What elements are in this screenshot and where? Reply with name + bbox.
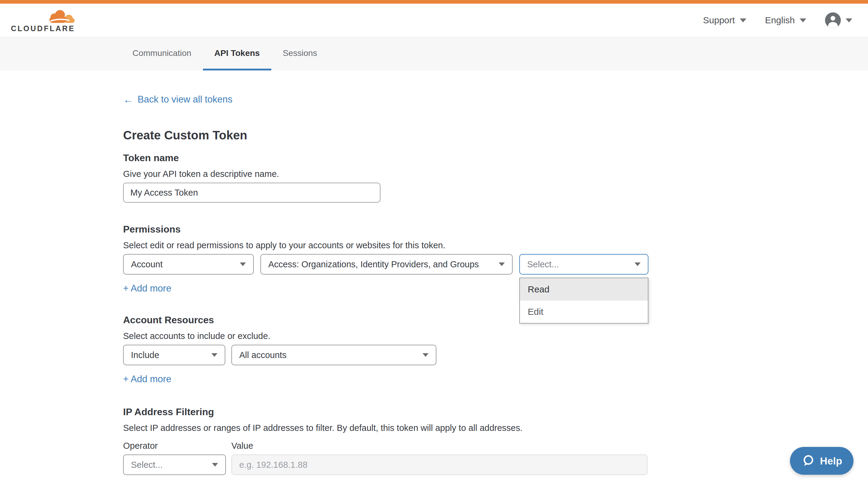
ip-operator-placeholder: Select... bbox=[131, 460, 163, 470]
help-button[interactable]: Help bbox=[790, 447, 854, 475]
permission-level-menu: Read Edit bbox=[519, 278, 648, 324]
chevron-down-icon bbox=[740, 19, 746, 22]
back-link-label: Back to view all tokens bbox=[137, 94, 232, 105]
operator-label: Operator bbox=[123, 441, 231, 451]
profile-tabbar: Communication API Tokens Sessions bbox=[0, 37, 868, 70]
top-accent-bar bbox=[0, 0, 868, 4]
value-label: Value bbox=[231, 441, 253, 451]
permissions-section: Permissions Select edit or read permissi… bbox=[123, 224, 868, 294]
permission-level-select[interactable]: Select... Read Edit bbox=[519, 254, 648, 275]
page-title: Create Custom Token bbox=[123, 129, 868, 142]
token-name-section: Token name Give your API token a descrip… bbox=[123, 152, 868, 202]
chevron-down-icon bbox=[211, 353, 217, 357]
language-menu[interactable]: English bbox=[765, 15, 806, 25]
permission-scope-select[interactable]: Account bbox=[123, 254, 254, 275]
menu-option-edit[interactable]: Edit bbox=[520, 300, 648, 323]
permission-resource-select[interactable]: Access: Organizations, Identity Provider… bbox=[260, 254, 513, 275]
resource-mode-select[interactable]: Include bbox=[123, 345, 225, 365]
chevron-down-icon bbox=[423, 353, 429, 357]
account-resources-add-more-link[interactable]: + Add more bbox=[123, 374, 171, 385]
permission-level-placeholder: Select... bbox=[527, 259, 559, 269]
chevron-down-icon bbox=[800, 19, 806, 22]
back-arrow-icon: ← bbox=[123, 94, 133, 105]
header-nav: Support English bbox=[703, 12, 852, 28]
menu-option-read[interactable]: Read bbox=[520, 278, 648, 300]
permission-scope-value: Account bbox=[131, 259, 163, 269]
token-name-heading: Token name bbox=[123, 152, 868, 164]
cloudflare-logo-text: CLOUDFLARE bbox=[11, 25, 75, 32]
ip-filtering-description: Select IP addresses or ranges of IP addr… bbox=[123, 423, 868, 433]
permissions-add-more-link[interactable]: + Add more bbox=[123, 283, 171, 294]
account-resources-section: Account Resources Select accounts to inc… bbox=[123, 315, 868, 385]
chevron-down-icon bbox=[846, 19, 852, 22]
ip-filtering-heading: IP Address Filtering bbox=[123, 407, 868, 418]
chevron-down-icon bbox=[240, 262, 246, 266]
account-menu[interactable] bbox=[825, 12, 852, 28]
chevron-down-icon bbox=[212, 463, 218, 467]
chevron-down-icon bbox=[634, 262, 641, 266]
token-name-description: Give your API token a descriptive name. bbox=[123, 169, 868, 179]
chat-bubble-icon bbox=[801, 454, 815, 468]
main-content: ← Back to view all tokens Create Custom … bbox=[0, 70, 868, 475]
ip-value-input[interactable] bbox=[231, 454, 648, 475]
app-header: CLOUDFLARE Support English bbox=[0, 4, 868, 37]
help-button-label: Help bbox=[820, 455, 842, 467]
language-menu-label: English bbox=[765, 15, 795, 25]
permissions-row: Account Access: Organizations, Identity … bbox=[123, 254, 868, 275]
chevron-down-icon bbox=[499, 262, 505, 266]
permissions-description: Select edit or read permissions to apply… bbox=[123, 240, 868, 250]
account-resources-row: Include All accounts bbox=[123, 345, 868, 365]
account-resources-heading: Account Resources bbox=[123, 315, 868, 326]
resource-mode-value: Include bbox=[131, 350, 159, 360]
ip-field-labels: Operator Value bbox=[123, 441, 868, 451]
tab-communication[interactable]: Communication bbox=[121, 37, 203, 70]
account-resources-description: Select accounts to include or exclude. bbox=[123, 331, 868, 341]
support-menu[interactable]: Support bbox=[703, 15, 746, 25]
token-name-input[interactable] bbox=[123, 183, 380, 202]
support-menu-label: Support bbox=[703, 15, 735, 25]
resource-scope-value: All accounts bbox=[239, 350, 286, 360]
cloudflare-cloud-icon bbox=[45, 8, 76, 25]
resource-scope-select[interactable]: All accounts bbox=[231, 345, 436, 365]
ip-operator-select[interactable]: Select... bbox=[123, 454, 226, 475]
tab-api-tokens[interactable]: API Tokens bbox=[203, 37, 271, 70]
tab-sessions[interactable]: Sessions bbox=[271, 37, 329, 70]
ip-filtering-section: IP Address Filtering Select IP addresses… bbox=[123, 407, 868, 475]
back-to-tokens-link[interactable]: ← Back to view all tokens bbox=[123, 94, 232, 105]
ip-filtering-row: Select... bbox=[123, 454, 868, 475]
user-avatar-icon bbox=[825, 12, 841, 28]
cloudflare-logo[interactable]: CLOUDFLARE bbox=[11, 8, 76, 32]
permission-resource-value: Access: Organizations, Identity Provider… bbox=[268, 259, 479, 269]
permissions-heading: Permissions bbox=[123, 224, 868, 235]
